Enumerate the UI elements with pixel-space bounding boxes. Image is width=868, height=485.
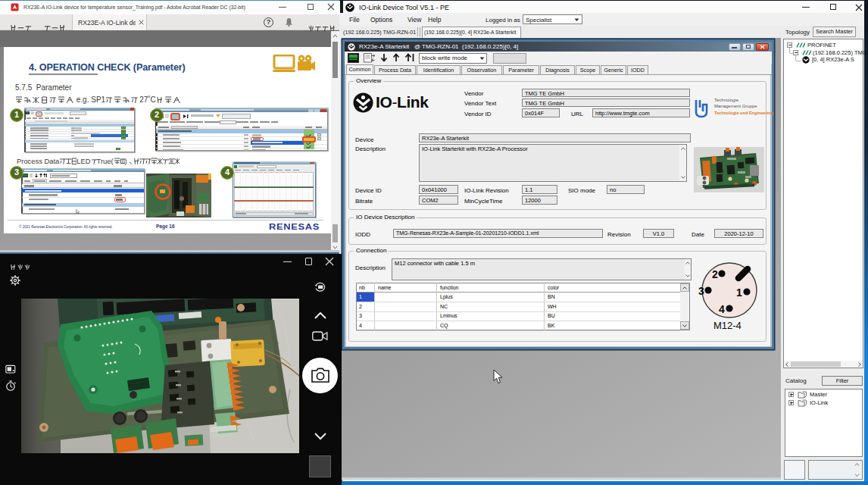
svg-text:4: 4	[719, 303, 725, 315]
svg-text:M12-4: M12-4	[713, 320, 742, 331]
svg-text:2: 2	[712, 268, 718, 280]
svg-text:1: 1	[736, 286, 742, 299]
svg-text:3: 3	[698, 285, 704, 297]
